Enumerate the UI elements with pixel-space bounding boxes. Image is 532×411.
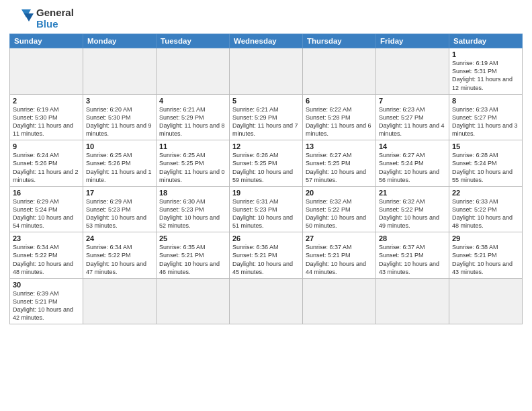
calendar-cell: 25Sunrise: 6:35 AM Sunset: 5:21 PM Dayli…	[157, 232, 230, 279]
day-info: Sunrise: 6:24 AM Sunset: 5:26 PM Dayligh…	[13, 151, 80, 184]
calendar-cell	[303, 278, 376, 324]
day-info: Sunrise: 6:31 AM Sunset: 5:23 PM Dayligh…	[232, 197, 300, 230]
day-number: 5	[232, 97, 300, 105]
day-info: Sunrise: 6:35 AM Sunset: 5:21 PM Dayligh…	[159, 243, 226, 276]
logo-general: General	[36, 7, 74, 18]
day-number: 8	[452, 97, 519, 105]
day-info: Sunrise: 6:29 AM Sunset: 5:23 PM Dayligh…	[86, 197, 153, 230]
calendar-cell: 12Sunrise: 6:26 AM Sunset: 5:25 PM Dayli…	[230, 140, 303, 187]
calendar-cell	[10, 48, 83, 95]
day-info: Sunrise: 6:26 AM Sunset: 5:25 PM Dayligh…	[232, 151, 300, 184]
logo-text-block: GeneralBlue	[36, 7, 74, 30]
logo-blue: Blue	[36, 19, 74, 30]
weekday-header: Wednesday	[230, 34, 303, 48]
calendar-cell: 8Sunrise: 6:23 AM Sunset: 5:27 PM Daylig…	[449, 94, 523, 140]
day-number: 1	[452, 50, 519, 58]
calendar-cell	[157, 278, 230, 324]
weekday-header: Friday	[376, 34, 449, 48]
weekday-header: Monday	[83, 34, 157, 48]
calendar-cell: 28Sunrise: 6:37 AM Sunset: 5:21 PM Dayli…	[376, 232, 449, 279]
day-number: 25	[159, 234, 226, 242]
weekday-header: Tuesday	[157, 34, 230, 48]
calendar-cell	[230, 278, 303, 324]
day-info: Sunrise: 6:29 AM Sunset: 5:24 PM Dayligh…	[13, 197, 80, 230]
calendar-cell: 14Sunrise: 6:27 AM Sunset: 5:24 PM Dayli…	[376, 140, 449, 187]
day-number: 24	[86, 234, 153, 242]
calendar-cell: 9Sunrise: 6:24 AM Sunset: 5:26 PM Daylig…	[10, 140, 83, 187]
day-info: Sunrise: 6:22 AM Sunset: 5:28 PM Dayligh…	[306, 105, 373, 138]
calendar-cell: 11Sunrise: 6:25 AM Sunset: 5:25 PM Dayli…	[157, 140, 230, 187]
day-number: 13	[306, 142, 373, 150]
day-info: Sunrise: 6:36 AM Sunset: 5:21 PM Dayligh…	[232, 243, 300, 276]
day-number: 22	[452, 189, 519, 197]
day-info: Sunrise: 6:33 AM Sunset: 5:22 PM Dayligh…	[452, 197, 519, 230]
day-info: Sunrise: 6:21 AM Sunset: 5:29 PM Dayligh…	[232, 105, 300, 138]
calendar-cell: 4Sunrise: 6:21 AM Sunset: 5:29 PM Daylig…	[157, 94, 230, 140]
day-number: 7	[379, 97, 446, 105]
calendar-cell: 17Sunrise: 6:29 AM Sunset: 5:23 PM Dayli…	[83, 186, 157, 232]
calendar-cell: 21Sunrise: 6:32 AM Sunset: 5:22 PM Dayli…	[376, 186, 449, 232]
day-info: Sunrise: 6:25 AM Sunset: 5:26 PM Dayligh…	[86, 151, 153, 184]
day-info: Sunrise: 6:27 AM Sunset: 5:24 PM Dayligh…	[379, 151, 446, 184]
day-number: 19	[232, 189, 300, 197]
day-info: Sunrise: 6:20 AM Sunset: 5:30 PM Dayligh…	[86, 105, 153, 138]
calendar-cell: 1Sunrise: 6:19 AM Sunset: 5:31 PM Daylig…	[449, 48, 523, 95]
calendar-cell: 23Sunrise: 6:34 AM Sunset: 5:22 PM Dayli…	[10, 232, 83, 279]
day-info: Sunrise: 6:27 AM Sunset: 5:25 PM Dayligh…	[306, 151, 373, 184]
calendar-cell	[83, 278, 157, 324]
day-number: 3	[86, 97, 153, 105]
day-number: 9	[13, 142, 80, 150]
calendar-cell: 24Sunrise: 6:34 AM Sunset: 5:22 PM Dayli…	[83, 232, 157, 279]
day-number: 17	[86, 189, 153, 197]
day-info: Sunrise: 6:34 AM Sunset: 5:22 PM Dayligh…	[13, 243, 80, 276]
calendar-cell	[303, 48, 376, 95]
day-number: 4	[159, 97, 226, 105]
calendar-body: 1Sunrise: 6:19 AM Sunset: 5:31 PM Daylig…	[10, 48, 523, 324]
calendar-cell: 5Sunrise: 6:21 AM Sunset: 5:29 PM Daylig…	[230, 94, 303, 140]
calendar-cell	[83, 48, 157, 95]
calendar-cell: 10Sunrise: 6:25 AM Sunset: 5:26 PM Dayli…	[83, 140, 157, 187]
day-number: 21	[379, 189, 446, 197]
day-info: Sunrise: 6:39 AM Sunset: 5:21 PM Dayligh…	[13, 289, 80, 322]
day-number: 12	[232, 142, 300, 150]
day-number: 10	[86, 142, 153, 150]
day-number: 20	[306, 189, 373, 197]
day-info: Sunrise: 6:21 AM Sunset: 5:29 PM Dayligh…	[159, 105, 226, 138]
calendar-cell: 16Sunrise: 6:29 AM Sunset: 5:24 PM Dayli…	[10, 186, 83, 232]
calendar-cell: 19Sunrise: 6:31 AM Sunset: 5:23 PM Dayli…	[230, 186, 303, 232]
day-info: Sunrise: 6:28 AM Sunset: 5:24 PM Dayligh…	[452, 151, 519, 184]
calendar-cell	[376, 278, 449, 324]
calendar-cell: 26Sunrise: 6:36 AM Sunset: 5:21 PM Dayli…	[230, 232, 303, 279]
calendar-cell	[449, 278, 523, 324]
day-info: Sunrise: 6:19 AM Sunset: 5:30 PM Dayligh…	[13, 105, 80, 138]
day-number: 14	[379, 142, 446, 150]
day-info: Sunrise: 6:37 AM Sunset: 5:21 PM Dayligh…	[306, 243, 373, 276]
weekday-header: Sunday	[10, 34, 83, 48]
page: GeneralBlue SundayMondayTuesdayWednesday…	[0, 0, 532, 411]
weekday-row: SundayMondayTuesdayWednesdayThursdayFrid…	[10, 34, 523, 48]
day-number: 16	[13, 189, 80, 197]
day-number: 28	[379, 234, 446, 242]
calendar-cell: 18Sunrise: 6:30 AM Sunset: 5:23 PM Dayli…	[157, 186, 230, 232]
day-info: Sunrise: 6:37 AM Sunset: 5:21 PM Dayligh…	[379, 243, 446, 276]
calendar-cell: 3Sunrise: 6:20 AM Sunset: 5:30 PM Daylig…	[83, 94, 157, 140]
calendar-cell	[157, 48, 230, 95]
calendar-cell: 29Sunrise: 6:38 AM Sunset: 5:21 PM Dayli…	[449, 232, 523, 279]
logo-svg	[9, 8, 34, 28]
day-info: Sunrise: 6:34 AM Sunset: 5:22 PM Dayligh…	[86, 243, 153, 276]
day-number: 15	[452, 142, 519, 150]
calendar: SundayMondayTuesdayWednesdayThursdayFrid…	[9, 34, 523, 324]
day-info: Sunrise: 6:32 AM Sunset: 5:22 PM Dayligh…	[306, 197, 373, 230]
day-info: Sunrise: 6:38 AM Sunset: 5:21 PM Dayligh…	[452, 243, 519, 276]
calendar-cell: 15Sunrise: 6:28 AM Sunset: 5:24 PM Dayli…	[449, 140, 523, 187]
day-number: 11	[159, 142, 226, 150]
day-number: 29	[452, 234, 519, 242]
calendar-cell: 2Sunrise: 6:19 AM Sunset: 5:30 PM Daylig…	[10, 94, 83, 140]
svg-marker-1	[24, 13, 34, 21]
calendar-cell	[230, 48, 303, 95]
calendar-cell: 20Sunrise: 6:32 AM Sunset: 5:22 PM Dayli…	[303, 186, 376, 232]
day-number: 18	[159, 189, 226, 197]
day-info: Sunrise: 6:19 AM Sunset: 5:31 PM Dayligh…	[452, 59, 519, 92]
calendar-cell: 30Sunrise: 6:39 AM Sunset: 5:21 PM Dayli…	[10, 278, 83, 324]
header: GeneralBlue	[9, 7, 523, 30]
